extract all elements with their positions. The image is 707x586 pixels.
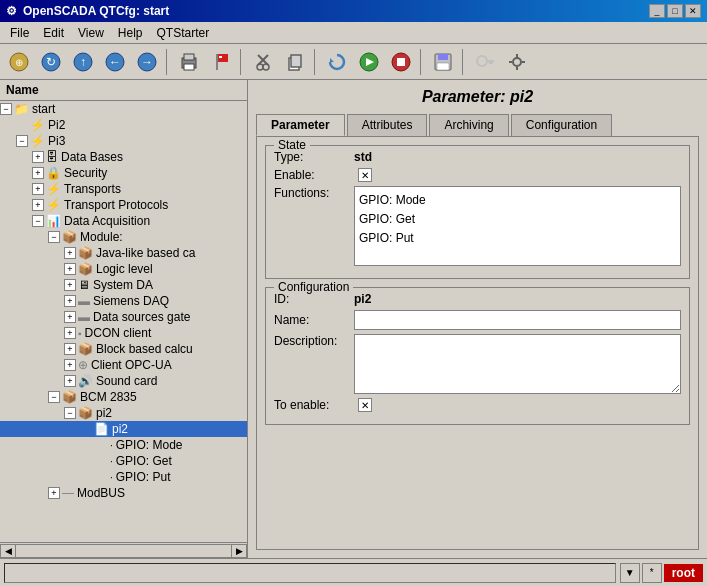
label-java: Java-like based ca: [96, 246, 195, 260]
label-opc-ua: Client OPC-UA: [91, 358, 172, 372]
svg-rect-12: [184, 64, 194, 70]
expand-pi2-node[interactable]: −: [64, 407, 76, 419]
tree-node-modbus[interactable]: + — ModBUS: [0, 485, 247, 501]
toolbar-forward[interactable]: →: [132, 48, 162, 76]
tree-hscroll[interactable]: ◀ ▶: [0, 542, 247, 558]
desc-textarea[interactable]: [354, 334, 681, 394]
toolbar-flag[interactable]: [206, 48, 236, 76]
expand-system-da[interactable]: +: [64, 279, 76, 291]
label-siemens: Siemens DAQ: [93, 294, 169, 308]
tree-node-security[interactable]: + 🔒 Security: [0, 165, 247, 181]
tree-node-module[interactable]: − 📦 Module:: [0, 229, 247, 245]
svg-point-20: [263, 64, 269, 70]
tree-node-data-acquisition[interactable]: − 📊 Data Acquisition: [0, 213, 247, 229]
tree-node-transport-protocols[interactable]: + ⚡ Transport Protocols: [0, 197, 247, 213]
expand-bcm2835[interactable]: −: [48, 391, 60, 403]
toolbar-copy[interactable]: [280, 48, 310, 76]
right-panel: Parameter: pi2 Parameter Attributes Arch…: [248, 80, 707, 558]
tree-node-pi2-leaf[interactable]: 📄 pi2: [0, 421, 247, 437]
svg-point-19: [257, 64, 263, 70]
expand-transports[interactable]: +: [32, 183, 44, 195]
expand-module[interactable]: −: [48, 231, 60, 243]
tree-node-sound[interactable]: + 🔊 Sound card: [0, 373, 247, 389]
tree-node-pi3[interactable]: − ⚡ Pi3: [0, 133, 247, 149]
toolbar-reload[interactable]: ↻: [36, 48, 66, 76]
tree-node-pi2-node[interactable]: − 📦 pi2: [0, 405, 247, 421]
minimize-button[interactable]: _: [649, 4, 665, 18]
to-enable-row: To enable: ✕: [274, 398, 681, 412]
tree-node-logic[interactable]: + 📦 Logic level: [0, 261, 247, 277]
expand-opc-ua[interactable]: +: [64, 359, 76, 371]
expand-modbus[interactable]: +: [48, 487, 60, 499]
tree-node-siemens[interactable]: + ▬ Siemens DAQ: [0, 293, 247, 309]
tree-node-bcm2835[interactable]: − 📦 BCM 2835: [0, 389, 247, 405]
toolbar-cut[interactable]: [248, 48, 278, 76]
enable-checkbox[interactable]: ✕: [358, 168, 372, 182]
status-dropdown[interactable]: ▼: [620, 563, 640, 583]
to-enable-checkbox[interactable]: ✕: [358, 398, 372, 412]
toolbar-refresh[interactable]: [322, 48, 352, 76]
toolbar-key[interactable]: [470, 48, 500, 76]
hscroll-left[interactable]: ◀: [0, 544, 16, 558]
close-button[interactable]: ✕: [685, 4, 701, 18]
tree-node-gpio-put[interactable]: · GPIO: Put: [0, 469, 247, 485]
tree-node-start[interactable]: − 📁 start: [0, 101, 247, 117]
tree-scroll-area[interactable]: − 📁 start ⚡ Pi2 − ⚡ Pi3 + 🗄: [0, 101, 247, 542]
expand-pi3[interactable]: −: [16, 135, 28, 147]
toolbar-back[interactable]: ←: [100, 48, 130, 76]
toolbar-run[interactable]: [354, 48, 384, 76]
tree-node-databases[interactable]: + 🗄 Data Bases: [0, 149, 247, 165]
tab-attributes[interactable]: Attributes: [347, 114, 428, 136]
toolbar-up[interactable]: ↑: [68, 48, 98, 76]
expand-data-acquisition[interactable]: −: [32, 215, 44, 227]
expand-security[interactable]: +: [32, 167, 44, 179]
icon-pi3: ⚡: [30, 134, 45, 148]
toolbar-stop[interactable]: [386, 48, 416, 76]
icon-security: 🔒: [46, 166, 61, 180]
expand-siemens[interactable]: +: [64, 295, 76, 307]
name-input[interactable]: [354, 310, 681, 330]
menu-file[interactable]: File: [4, 24, 35, 42]
function-2: GPIO: Put: [359, 229, 676, 248]
expand-logic[interactable]: +: [64, 263, 76, 275]
window-title: OpenSCADA QTCfg: start: [23, 4, 169, 18]
expand-block[interactable]: +: [64, 343, 76, 355]
expand-start[interactable]: −: [0, 103, 12, 115]
expand-databases[interactable]: +: [32, 151, 44, 163]
expand-dcon[interactable]: +: [64, 327, 76, 339]
expand-java[interactable]: +: [64, 247, 76, 259]
toolbar-save[interactable]: [428, 48, 458, 76]
menu-qtstarter[interactable]: QTStarter: [151, 24, 216, 42]
toolbar-settings[interactable]: [502, 48, 532, 76]
expand-transport-protocols[interactable]: +: [32, 199, 44, 211]
expand-data-sources[interactable]: +: [64, 311, 76, 323]
maximize-button[interactable]: □: [667, 4, 683, 18]
tree-node-gpio-mode[interactable]: · GPIO: Mode: [0, 437, 247, 453]
toolbar-print[interactable]: [174, 48, 204, 76]
icon-sound: 🔊: [78, 374, 93, 388]
tab-archiving[interactable]: Archiving: [429, 114, 508, 136]
hscroll-right[interactable]: ▶: [231, 544, 247, 558]
menu-edit[interactable]: Edit: [37, 24, 70, 42]
state-group-label: State: [274, 138, 310, 152]
name-row: Name:: [274, 310, 681, 330]
svg-point-35: [513, 58, 521, 66]
menu-help[interactable]: Help: [112, 24, 149, 42]
tree-node-opc-ua[interactable]: + ⊕ Client OPC-UA: [0, 357, 247, 373]
tree-node-system-da[interactable]: + 🖥 System DA: [0, 277, 247, 293]
toolbar-sep1: [166, 49, 170, 75]
status-asterisk[interactable]: *: [642, 563, 662, 583]
expand-sound[interactable]: +: [64, 375, 76, 387]
tree-node-transports[interactable]: + ⚡ Transports: [0, 181, 247, 197]
tree-node-block[interactable]: + 📦 Block based calcu: [0, 341, 247, 357]
tree-node-java[interactable]: + 📦 Java-like based ca: [0, 245, 247, 261]
tab-parameter[interactable]: Parameter: [256, 114, 345, 136]
menu-view[interactable]: View: [72, 24, 110, 42]
tree-node-gpio-get[interactable]: · GPIO: Get: [0, 453, 247, 469]
tree-node-data-sources[interactable]: + ▬ Data sources gate: [0, 309, 247, 325]
tree-node-pi2[interactable]: ⚡ Pi2: [0, 117, 247, 133]
status-right: ▼ * root: [620, 563, 703, 583]
tab-configuration[interactable]: Configuration: [511, 114, 612, 136]
tree-node-dcon[interactable]: + ▪ DCON client: [0, 325, 247, 341]
toolbar-home[interactable]: ⊕: [4, 48, 34, 76]
